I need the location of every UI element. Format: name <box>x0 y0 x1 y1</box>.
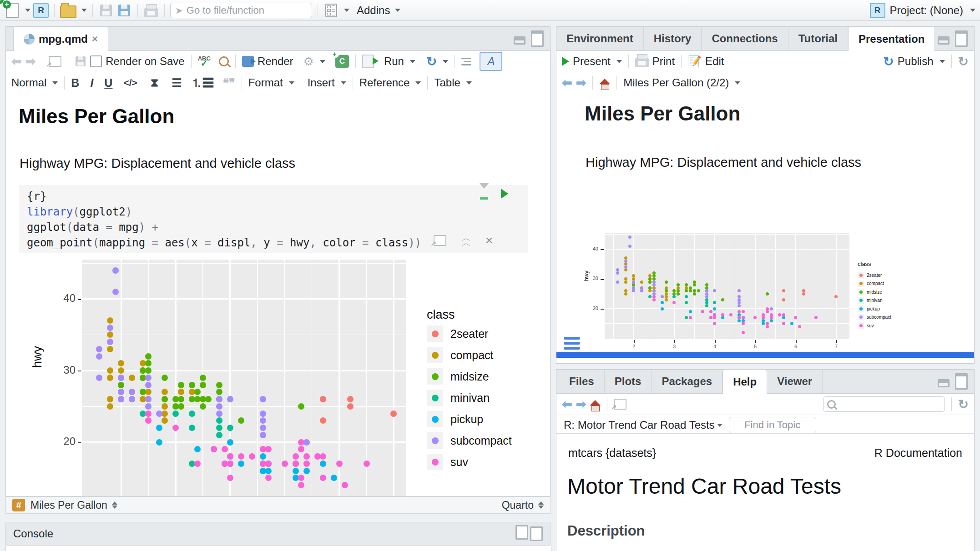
section-selector-icon[interactable] <box>112 501 117 509</box>
tab-plots[interactable]: Plots <box>605 370 652 393</box>
run-chunks-above-icon[interactable] <box>479 189 489 199</box>
underline-button[interactable]: U <box>104 76 112 90</box>
maximize-pane-icon[interactable] <box>955 373 968 390</box>
reference-menu[interactable]: Reference <box>359 76 410 89</box>
statusbar-section[interactable]: Miles Per Gallon <box>30 499 107 511</box>
minimize-pane-icon[interactable] <box>938 36 950 45</box>
clear-formatting-icon[interactable]: ⧗ <box>151 76 159 90</box>
output-popout-icon[interactable] <box>434 235 446 246</box>
run-chunk-icon[interactable] <box>501 189 508 199</box>
tab-history[interactable]: History <box>644 27 702 50</box>
help-refresh-icon[interactable]: ↻ <box>958 397 969 412</box>
slide-selector-caret[interactable] <box>735 81 740 85</box>
bold-button[interactable]: B <box>71 76 79 90</box>
topic-selector[interactable]: R: Motor Trend Car Road Tests <box>564 419 722 431</box>
italic-button[interactable]: I <box>90 76 93 90</box>
maximize-pane-icon[interactable] <box>530 526 543 541</box>
publish-caret[interactable] <box>940 60 945 63</box>
slide-back-icon[interactable]: ⬅ <box>562 75 572 90</box>
visual-editor-toggle[interactable]: A <box>480 52 502 71</box>
spellcheck-icon[interactable]: ABC✓ <box>198 56 211 67</box>
tab-files[interactable]: Files <box>559 370 605 393</box>
maximize-pane-icon[interactable] <box>531 30 544 47</box>
gear-icon[interactable]: ⚙ <box>303 55 314 69</box>
help-search-input[interactable] <box>823 396 945 412</box>
minimize-pane-icon[interactable] <box>938 379 950 387</box>
tab-mpg-qmd[interactable]: mpg.qmd × <box>13 27 108 51</box>
run-button[interactable]: Run <box>384 55 404 68</box>
edit-icon[interactable]: 📝 <box>688 55 702 68</box>
search-icon[interactable] <box>219 56 229 66</box>
slide-menu-icon[interactable] <box>564 337 580 350</box>
help-back-icon[interactable]: ⬅ <box>562 397 572 411</box>
tab-help[interactable]: Help <box>722 370 767 394</box>
print-icon[interactable] <box>635 58 649 67</box>
run-options-caret[interactable] <box>410 60 415 63</box>
run-icon[interactable] <box>362 55 374 68</box>
minimize-pane-icon[interactable] <box>514 36 525 45</box>
document-outline-icon[interactable] <box>461 58 471 65</box>
open-file-dropdown-caret[interactable] <box>81 9 87 12</box>
edit-button[interactable]: Edit <box>705 55 724 68</box>
save-button[interactable] <box>98 2 114 19</box>
numbered-list-icon[interactable]: ⒈☰ <box>191 75 214 90</box>
tab-connections[interactable]: Connections <box>702 27 788 50</box>
table-menu[interactable]: Table <box>434 76 460 89</box>
close-output-icon[interactable]: × <box>485 233 493 248</box>
present-caret[interactable] <box>616 60 622 63</box>
help-forward-icon[interactable]: ➡ <box>576 397 586 411</box>
tab-presentation[interactable]: Presentation <box>848 27 935 51</box>
document-canvas[interactable]: Miles Per Gallon Highway MPG: Displaceme… <box>6 92 550 496</box>
render-options-caret[interactable] <box>320 60 325 63</box>
tab-viewer[interactable]: Viewer <box>767 370 823 393</box>
publish-button[interactable]: Publish <box>898 55 934 68</box>
table-menu-caret[interactable] <box>466 81 472 85</box>
addins-caret[interactable] <box>395 9 400 12</box>
addins-menu[interactable]: Addins <box>357 4 390 17</box>
console-header[interactable]: Console <box>5 522 551 546</box>
help-popout-icon[interactable] <box>614 399 626 410</box>
pane-layout-caret[interactable] <box>344 9 349 12</box>
paragraph-style-select[interactable]: Normal <box>11 76 46 89</box>
home-icon[interactable] <box>599 79 610 84</box>
blockquote-icon[interactable]: ❝❞ <box>223 76 235 90</box>
popout-window-icon[interactable] <box>49 56 61 67</box>
insert-chunk-button[interactable]: C+ <box>335 55 349 68</box>
help-home-icon[interactable] <box>590 400 601 406</box>
maximize-pane-icon[interactable] <box>955 30 968 47</box>
insert-menu-caret[interactable] <box>341 81 346 85</box>
format-menu-caret[interactable] <box>289 81 294 85</box>
rerun-caret[interactable] <box>443 60 448 63</box>
save-document-icon[interactable] <box>76 56 86 66</box>
find-in-topic-input[interactable]: Find in Topic <box>729 417 816 433</box>
tab-environment[interactable]: Environment <box>556 27 644 50</box>
mode-selector-icon[interactable] <box>538 501 544 509</box>
new-file-button[interactable]: + <box>5 2 20 19</box>
project-menu[interactable]: R Project: (None) <box>870 3 975 18</box>
print-button[interactable] <box>143 2 159 19</box>
tab-close-icon[interactable]: × <box>92 33 98 45</box>
render-button[interactable]: Render <box>258 55 293 68</box>
slide-selector[interactable]: Miles Per Gallon (2/2) <box>623 76 729 89</box>
publish-icon[interactable]: ↻ <box>883 54 894 69</box>
paragraph-style-caret[interactable] <box>52 81 58 85</box>
render-on-save-checkbox[interactable] <box>90 55 102 67</box>
save-all-button[interactable] <box>116 2 132 19</box>
tab-tutorial[interactable]: Tutorial <box>788 27 848 50</box>
refresh-icon[interactable]: ↻ <box>958 54 969 69</box>
render-icon[interactable] <box>242 56 254 67</box>
collapse-output-icon[interactable]: ︿︿ <box>462 235 470 245</box>
code-button[interactable]: </> <box>123 77 137 88</box>
print-button[interactable]: Print <box>652 55 675 68</box>
open-file-button[interactable] <box>60 2 76 19</box>
insert-menu[interactable]: Insert <box>308 76 335 89</box>
bullet-list-icon[interactable]: ☰ <box>172 76 182 90</box>
new-file-dropdown-caret[interactable] <box>25 9 30 12</box>
goto-file-input[interactable]: ➤ Go to file/function <box>170 3 312 18</box>
new-project-button[interactable]: R+ <box>33 2 49 19</box>
back-icon[interactable]: ⬅ <box>11 54 22 69</box>
statusbar-mode[interactable]: Quarto <box>502 499 534 511</box>
slide-viewport[interactable]: Miles Per Gallon Highway MPG: Displaceme… <box>556 91 974 358</box>
pane-layout-button[interactable] <box>323 2 339 19</box>
restore-pane-icon[interactable] <box>515 525 528 540</box>
